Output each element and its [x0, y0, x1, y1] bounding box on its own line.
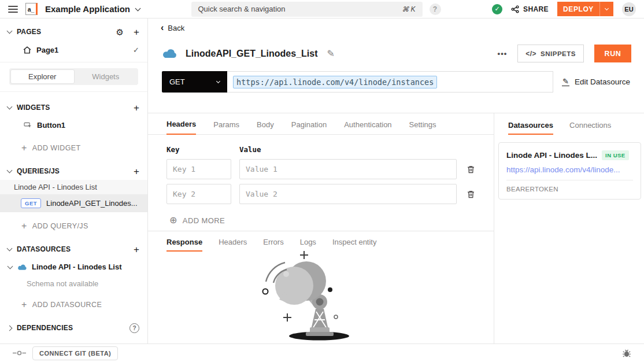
- headers-form: Key Value: [148, 135, 494, 225]
- datasource-chevron-down-icon[interactable]: [8, 263, 13, 269]
- app-logo[interactable]: a_: [25, 3, 38, 15]
- add-datasource-plus-button[interactable]: +: [134, 245, 139, 254]
- dependencies-chevron-right-icon[interactable]: [7, 325, 13, 331]
- pages-section-header[interactable]: PAGES ⚙ +: [0, 23, 147, 40]
- app-title[interactable]: Example Application: [45, 4, 130, 14]
- cloud-icon: [17, 264, 27, 271]
- cloud-icon: [162, 48, 177, 59]
- queries-section-header[interactable]: QUERIES/JS +: [0, 162, 147, 180]
- tab-explorer[interactable]: Explorer: [10, 69, 75, 84]
- datasource-card[interactable]: Linode API - Linodes L... IN USE https:/…: [498, 142, 641, 200]
- query-title-row: LinodeAPI_GET_Linodes_List ✎ ••• </> SNI…: [162, 45, 631, 62]
- tab-connections[interactable]: Connections: [569, 121, 611, 135]
- request-tabs: Headers Params Body Pagination Authentic…: [148, 113, 494, 135]
- divider: [0, 91, 147, 92]
- key-input-2[interactable]: [166, 184, 231, 204]
- rename-pencil-icon[interactable]: ✎: [327, 48, 334, 59]
- url-value: https://api.linode.com/v4/linode/instanc…: [233, 76, 437, 88]
- value-input-2[interactable]: [239, 184, 457, 204]
- tab-body[interactable]: Body: [257, 120, 274, 134]
- page-name: Page1: [36, 46, 58, 54]
- add-query-label: ADD QUERY/JS: [32, 222, 88, 230]
- key-input-1[interactable]: [166, 159, 231, 179]
- debug-button[interactable]: [622, 349, 631, 358]
- help-icon[interactable]: ?: [430, 3, 441, 15]
- sidebar-item-button1[interactable]: Button1: [0, 116, 147, 134]
- dependencies-section-header[interactable]: DEPENDENCIES ?: [0, 319, 147, 337]
- add-more-button[interactable]: ⊕ ADD MORE: [169, 216, 494, 225]
- hamburger-menu-icon[interactable]: [8, 6, 18, 13]
- query-group-row[interactable]: Linode API - Linodes List: [0, 180, 147, 194]
- add-widget-button[interactable]: + ADD WIDGET: [0, 139, 147, 157]
- widgets-chevron-down-icon[interactable]: [7, 104, 13, 110]
- more-actions-button[interactable]: •••: [498, 49, 508, 58]
- query-name: LinodeAPI_GET_Linodes...: [46, 199, 138, 208]
- query-title: LinodeAPI_GET_Linodes_List: [186, 49, 317, 59]
- datasource-card-url[interactable]: https://api.linode.com/v4/linode...: [506, 165, 633, 180]
- search-area: Quick search & navigation ⌘ K ?: [191, 2, 441, 17]
- header-row: [166, 184, 494, 209]
- snippets-button[interactable]: </> SNIPPETS: [517, 45, 584, 62]
- tab-headers[interactable]: Headers: [166, 120, 196, 135]
- delete-row-button[interactable]: [465, 165, 476, 173]
- sidebar-item-datasource[interactable]: Linode API - Linodes List: [0, 258, 147, 276]
- pages-settings-gear-icon[interactable]: ⚙: [116, 28, 124, 36]
- add-page-button[interactable]: +: [134, 27, 139, 37]
- tab-datasources[interactable]: Datasources: [508, 121, 553, 135]
- plus-icon: +: [21, 143, 27, 153]
- snippets-label: SNIPPETS: [541, 50, 576, 57]
- dependencies-header-label: DEPENDENCIES: [17, 324, 73, 332]
- http-method-select[interactable]: GET: [162, 71, 227, 93]
- sidebar-item-page1[interactable]: Page1 ✓: [0, 40, 147, 59]
- tab-widgets[interactable]: Widgets: [75, 69, 138, 84]
- explorer-widgets-switch: Explorer Widgets: [9, 68, 138, 85]
- deploy-chevron-down-icon[interactable]: [605, 6, 609, 10]
- add-datasource-button[interactable]: + ADD DATASOURCE: [0, 295, 147, 313]
- edit-pencil-icon: ✎: [562, 77, 569, 87]
- tab-authentication[interactable]: Authentication: [344, 120, 391, 134]
- tab-pagination[interactable]: Pagination: [291, 120, 327, 134]
- key-column-header: Key: [166, 145, 231, 154]
- edit-datasource-button[interactable]: ✎ Edit Datasource: [562, 77, 630, 87]
- datasources-chevron-down-icon[interactable]: [7, 246, 13, 252]
- widgets-section-header[interactable]: WIDGETS +: [0, 99, 147, 116]
- add-datasource-label: ADD DATASOURCE: [32, 301, 102, 309]
- add-widget-plus-button[interactable]: +: [134, 103, 139, 113]
- search-input[interactable]: Quick search & navigation ⌘ K: [191, 2, 423, 17]
- pages-header-label: PAGES: [17, 28, 41, 36]
- tab-params[interactable]: Params: [213, 120, 239, 134]
- widget-name: Button1: [37, 121, 65, 130]
- query-group-label: Linode API - Linodes List: [14, 183, 97, 191]
- delete-row-button[interactable]: [465, 190, 476, 198]
- datasource-auth-type: BEARERTOKEN: [506, 186, 633, 193]
- queries-header-label: QUERIES/JS: [17, 167, 60, 175]
- add-query-button[interactable]: + ADD QUERY/JS: [0, 217, 147, 235]
- code-icon: </>: [525, 50, 536, 58]
- back-button[interactable]: ‹ Back: [148, 19, 644, 32]
- connect-git-button[interactable]: CONNECT GIT (BETA): [32, 346, 118, 360]
- url-input[interactable]: https://api.linode.com/v4/linode/instanc…: [227, 71, 553, 93]
- method-chevron-down-icon: [216, 79, 220, 83]
- run-button[interactable]: RUN: [594, 45, 631, 62]
- share-button[interactable]: SHARE: [511, 5, 549, 13]
- datasources-panel: Datasources Connections Linode API - Lin…: [494, 113, 644, 343]
- response-pane: Response Headers Errors Logs Inspect ent…: [148, 231, 494, 343]
- app-title-chevron-down-icon[interactable]: [135, 5, 141, 11]
- add-query-plus-button[interactable]: +: [134, 167, 139, 176]
- deploy-button[interactable]: DEPLOY: [557, 2, 613, 16]
- add-widget-label: ADD WIDGET: [32, 144, 81, 152]
- right-panel-tabs: Datasources Connections: [494, 113, 644, 135]
- queries-chevron-down-icon[interactable]: [7, 168, 13, 173]
- page-selected-check-icon: ✓: [133, 46, 139, 54]
- datasources-section-header[interactable]: DATASOURCES +: [0, 241, 147, 258]
- tab-settings[interactable]: Settings: [409, 120, 436, 134]
- edit-datasource-label: Edit Datasource: [575, 77, 630, 86]
- plus-icon: +: [21, 300, 27, 310]
- sidebar-item-query-selected[interactable]: GET LinodeAPI_GET_Linodes...: [0, 194, 147, 212]
- pages-chevron-down-icon[interactable]: [7, 28, 13, 34]
- dependencies-help-icon[interactable]: ?: [129, 323, 139, 333]
- user-avatar[interactable]: EU: [622, 2, 636, 16]
- saved-status-icon: ✓: [492, 4, 502, 14]
- divider: [0, 62, 147, 62]
- value-input-1[interactable]: [239, 159, 457, 179]
